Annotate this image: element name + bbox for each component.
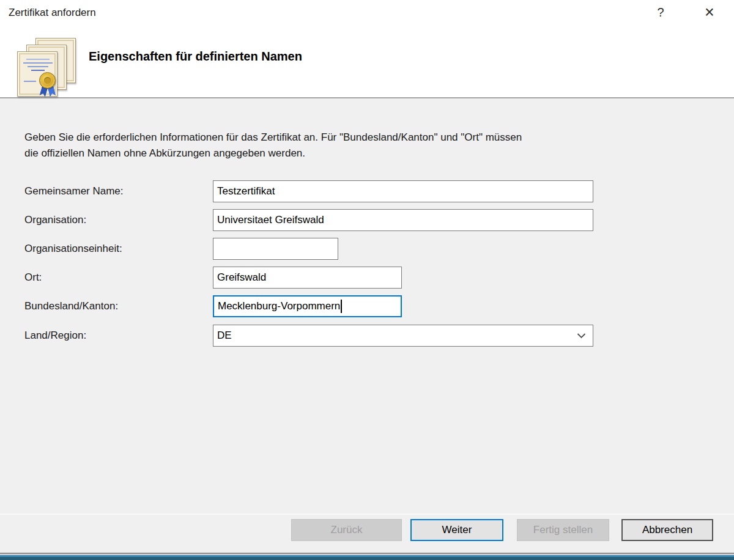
country-combobox-value: DE <box>217 330 232 342</box>
footer-separator <box>0 514 734 515</box>
instruction-line: die offiziellen Namen ohne Abkürzungen a… <box>24 146 522 161</box>
chevron-down-icon <box>577 333 586 339</box>
common-name-label: Gemeinsamer Name: <box>24 180 124 202</box>
organization-input[interactable] <box>213 209 593 231</box>
close-button[interactable]: × <box>694 1 725 23</box>
help-icon: ? <box>657 6 664 20</box>
common-name-input[interactable] <box>213 180 593 202</box>
country-combobox[interactable]: DE <box>213 325 593 347</box>
page-title: Eigenschaften für definierten Namen <box>89 50 302 64</box>
state-label: Bundesland/Kanton: <box>24 295 118 317</box>
organizational-unit-input[interactable] <box>213 238 338 260</box>
instruction-text: Geben Sie die erforderlichen Information… <box>24 130 522 161</box>
organizational-unit-label: Organisationseinheit: <box>24 238 122 260</box>
certificate-request-dialog: Zertifikat anfordern ? × Eigenschaften f… <box>0 0 734 560</box>
close-icon: × <box>705 4 714 21</box>
country-label: Land/Region: <box>24 325 86 347</box>
text-caret <box>341 300 342 313</box>
city-input[interactable] <box>213 267 402 289</box>
state-input-value: Mecklenburg-Vorpommern <box>218 300 340 312</box>
state-input[interactable]: Mecklenburg-Vorpommern <box>213 295 402 317</box>
back-button[interactable]: Zurück <box>291 519 402 541</box>
next-button[interactable]: Weiter <box>410 519 503 541</box>
city-label: Ort: <box>24 267 42 289</box>
organization-label: Organisation: <box>24 209 86 231</box>
dialog-header: Zertifikat anfordern ? × Eigenschaften f… <box>0 0 734 98</box>
instruction-line: Geben Sie die erforderlichen Information… <box>24 130 522 146</box>
help-button[interactable]: ? <box>646 1 675 23</box>
certificates-icon <box>17 38 76 97</box>
cancel-button[interactable]: Abbrechen <box>621 519 713 541</box>
bottom-edge-teal-line <box>0 557 734 560</box>
finish-button[interactable]: Fertig stellen <box>517 519 609 541</box>
window-title: Zertifikat anfordern <box>9 7 96 19</box>
